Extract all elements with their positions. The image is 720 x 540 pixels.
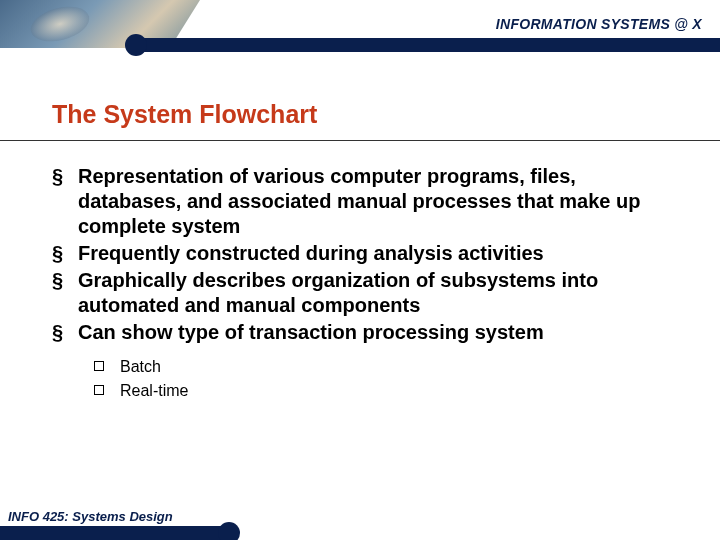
title-underline <box>0 140 720 141</box>
sub-bullet-item: Batch <box>94 355 672 379</box>
header-bar <box>0 38 720 52</box>
bullet-item: Can show type of transaction processing … <box>52 320 672 345</box>
slide-title: The System Flowchart <box>52 100 317 129</box>
slide-content: Representation of various computer progr… <box>52 164 672 403</box>
footer-bar <box>0 526 228 540</box>
bullet-item: Graphically describes organization of su… <box>52 268 672 318</box>
sub-bullet-list: Batch Real-time <box>94 355 672 403</box>
bullet-item: Representation of various computer progr… <box>52 164 672 239</box>
main-bullet-list: Representation of various computer progr… <box>52 164 672 345</box>
bullet-item: Frequently constructed during analysis a… <box>52 241 672 266</box>
slide-footer: INFO 425: Systems Design <box>0 506 260 540</box>
header-label: INFORMATION SYSTEMS @ X <box>496 16 702 32</box>
footer-label: INFO 425: Systems Design <box>8 509 173 524</box>
sub-bullet-item: Real-time <box>94 379 672 403</box>
slide-header: INFORMATION SYSTEMS @ X <box>0 0 720 48</box>
footer-dot <box>218 522 240 540</box>
